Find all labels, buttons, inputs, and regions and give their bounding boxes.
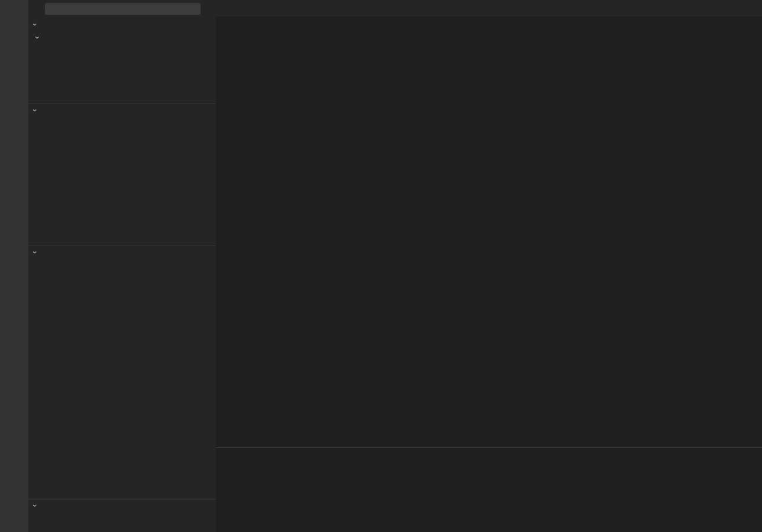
call-stack-section-header[interactable]: › bbox=[28, 246, 216, 259]
watch-section-header[interactable]: › bbox=[28, 104, 216, 117]
vscode-workbench: › › › › bbox=[0, 0, 762, 532]
activity-bar bbox=[0, 0, 28, 532]
watch-list bbox=[28, 117, 216, 246]
variables-section-header[interactable]: › bbox=[28, 18, 216, 31]
code-editor[interactable] bbox=[216, 30, 762, 447]
sidebar-run-and-debug: › › › › bbox=[28, 0, 216, 532]
sidebar-header bbox=[28, 0, 216, 18]
variables-list: › bbox=[28, 31, 216, 104]
editor-tab-bar bbox=[216, 0, 762, 17]
breadcrumb bbox=[216, 17, 762, 30]
debug-console-output[interactable] bbox=[216, 466, 762, 532]
call-stack-list bbox=[28, 259, 216, 499]
breakpoints-section-header[interactable]: › bbox=[28, 499, 216, 512]
editor-group bbox=[216, 0, 762, 532]
chevron-expanded-icon: › bbox=[31, 107, 40, 115]
variables-section: › › bbox=[28, 18, 216, 104]
panel-tab-bar bbox=[216, 448, 762, 466]
debug-toolbar bbox=[753, 2, 758, 15]
chevron-expanded-icon: › bbox=[31, 20, 40, 28]
breakpoints-section: › bbox=[28, 499, 216, 532]
chevron-expanded-icon: › bbox=[31, 502, 40, 510]
chevron-expanded-icon: › bbox=[33, 33, 42, 41]
call-stack-section: › bbox=[28, 246, 216, 499]
breakpoints-list bbox=[28, 512, 216, 532]
debug-config-dropdown[interactable] bbox=[45, 3, 201, 15]
variables-scope-row[interactable]: › bbox=[28, 31, 216, 44]
chevron-expanded-icon: › bbox=[31, 249, 40, 257]
watch-section: › bbox=[28, 104, 216, 246]
load-all-stack-frames-link[interactable] bbox=[28, 259, 216, 272]
bottom-panel bbox=[216, 447, 762, 532]
